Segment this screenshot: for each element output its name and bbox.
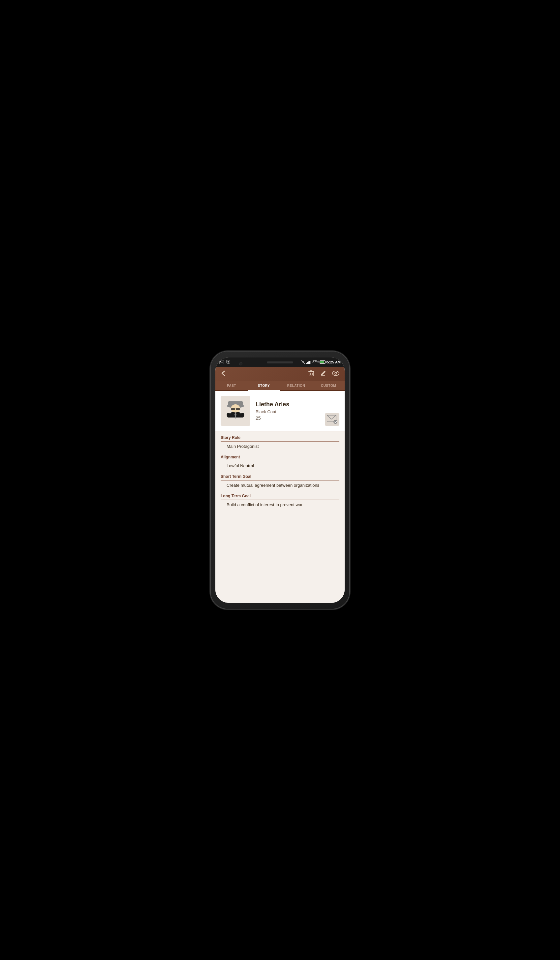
tab-relation[interactable]: RELATION <box>280 381 312 390</box>
camera <box>239 362 242 365</box>
story-role-value: Main Protagonist <box>221 443 339 450</box>
header-action-icons <box>308 370 339 378</box>
svg-point-25 <box>333 420 338 424</box>
svg-line-11 <box>322 371 325 374</box>
character-name: Liethe Aries <box>256 401 339 408</box>
svg-rect-18 <box>231 408 235 410</box>
status-right-icons: 87% 5:25 AM <box>301 360 341 364</box>
main-content: Liethe Aries Black Coat 25 <box>215 391 345 603</box>
long-term-goal-field: Long Term Goal Build a conflict of inter… <box>221 494 339 508</box>
edit-button[interactable] <box>320 370 326 378</box>
story-role-label: Story Role <box>221 435 339 442</box>
long-term-goal-value: Build a conflict of interest to prevent … <box>221 502 339 508</box>
svg-point-13 <box>333 371 339 376</box>
svg-point-22 <box>227 413 230 416</box>
svg-rect-19 <box>236 408 240 410</box>
battery-fill <box>320 361 324 363</box>
svg-rect-6 <box>309 371 314 376</box>
app-toolbar <box>215 367 345 381</box>
mute-icon <box>301 360 305 364</box>
short-term-goal-field: Short Term Goal Create mutual agreement … <box>221 474 339 488</box>
long-term-goal-label: Long Term Goal <box>221 494 339 500</box>
tab-custom[interactable]: CUSTOM <box>312 381 345 390</box>
screen-content: 87% 5:25 AM <box>215 357 345 603</box>
back-button[interactable] <box>221 370 227 378</box>
phone-frame: 87% 5:25 AM <box>211 352 349 609</box>
character-avatar <box>221 396 250 426</box>
short-term-goal-value: Create mutual agreement between organiza… <box>221 482 339 488</box>
phone-screen: 87% 5:25 AM <box>215 357 345 603</box>
navigation-tabs: PAST STORY RELATION CUSTOM <box>215 381 345 391</box>
svg-point-23 <box>241 413 244 416</box>
svg-rect-0 <box>219 360 224 364</box>
signal-bars <box>306 360 311 364</box>
delete-button[interactable] <box>308 370 314 378</box>
svg-point-14 <box>335 372 337 374</box>
speaker <box>267 362 293 363</box>
image-icon <box>219 360 224 364</box>
send-message-button[interactable] <box>325 413 339 426</box>
alignment-label: Alignment <box>221 455 339 461</box>
short-term-goal-label: Short Term Goal <box>221 474 339 480</box>
status-left-icons <box>219 360 230 364</box>
view-button[interactable] <box>332 371 339 377</box>
story-role-field: Story Role Main Protagonist <box>221 435 339 450</box>
alignment-value: Lawful Neutral <box>221 463 339 469</box>
tab-past[interactable]: PAST <box>215 381 248 390</box>
tab-story[interactable]: STORY <box>248 381 280 391</box>
character-card: Liethe Aries Black Coat 25 <box>215 391 345 431</box>
character-illustration <box>221 396 250 426</box>
battery-bar <box>320 360 325 364</box>
battery-indicator: 87% <box>312 360 325 364</box>
upload-icon <box>226 360 230 364</box>
fields-section: Story Role Main Protagonist Alignment La… <box>215 431 345 517</box>
alignment-field: Alignment Lawful Neutral <box>221 455 339 469</box>
status-time: 5:25 AM <box>327 360 341 364</box>
battery-percent: 87% <box>312 360 319 364</box>
